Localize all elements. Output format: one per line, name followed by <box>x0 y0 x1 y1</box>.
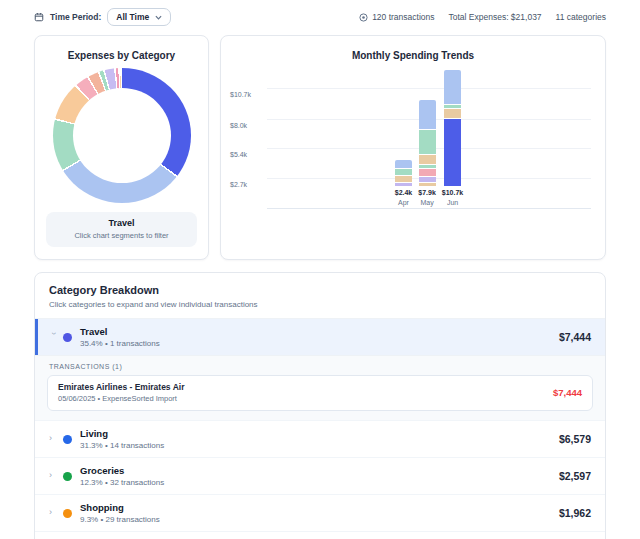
category-amount: $2,597 <box>559 470 591 482</box>
chevron-down-icon: › <box>49 332 59 342</box>
stat-categories: 11 categories <box>556 12 606 22</box>
chevron-down-icon <box>155 15 162 20</box>
transaction-item[interactable]: Emirates Airlines - Emirates Air05/06/20… <box>47 375 593 411</box>
bar-segment-periwinkle <box>419 100 436 129</box>
category-meta: 12.3% • 32 transactions <box>80 478 164 487</box>
bar-segment-tan <box>419 155 436 166</box>
stat-transactions-text: 120 transactions <box>372 12 434 22</box>
chevron-right-icon: › <box>49 507 59 517</box>
donut-card-title: Expenses by Category <box>68 50 175 61</box>
y-axis-tick-label: $2.7k <box>230 181 264 188</box>
transaction-meta: 05/06/2025 • ExpenseSorted Import <box>58 394 184 403</box>
category-breakdown-card: Category Breakdown Click categories to e… <box>34 272 606 539</box>
category-row-shopping[interactable]: ›Shopping9.3% • 29 transactions$1,962 <box>35 494 605 531</box>
monthly-trends-card: Monthly Spending Trends $10.7k$8.0k$5.4k… <box>220 35 606 260</box>
transaction-name: Emirates Airlines - Emirates Air <box>58 382 184 392</box>
category-amount: $6,579 <box>559 433 591 445</box>
category-info: Travel35.4% • 1 transactions <box>80 326 160 348</box>
category-row-transport[interactable]: ›Transport3.5% • 8 transactions$746 <box>35 531 605 539</box>
bar-segment-lavender <box>395 183 412 186</box>
bar-segment-mint <box>419 130 436 155</box>
bar-segment-periwinkle <box>395 160 412 169</box>
x-axis-month-label: May <box>420 199 433 206</box>
bar-jun[interactable]: $10.7kJun <box>442 70 463 206</box>
top-bar: Time Period: All Time 120 transactions T… <box>0 0 640 35</box>
category-color-dot <box>63 472 72 481</box>
stat-transactions: 120 transactions <box>359 12 434 22</box>
category-name: Groceries <box>80 465 164 476</box>
category-row-living[interactable]: ›Living31.3% • 14 transactions$6,579 <box>35 420 605 457</box>
time-period-label: Time Period: <box>50 12 101 22</box>
category-meta: 31.3% • 14 transactions <box>80 441 164 450</box>
breakdown-header: Category Breakdown Click categories to e… <box>35 273 605 319</box>
bar-total-label: $10.7k <box>442 189 463 196</box>
breakdown-subtitle: Click categories to expand and view indi… <box>49 300 591 309</box>
stat-total-expenses: Total Expenses: $21,037 <box>449 12 542 22</box>
transactions-panel: TRANSACTIONS (1)Emirates Airlines - Emir… <box>35 355 605 420</box>
time-period-value: All Time <box>116 12 149 22</box>
charts-row: Expenses by Category Travel Click chart … <box>0 35 640 260</box>
bar-segment-tan <box>419 183 436 186</box>
category-color-dot <box>63 333 72 342</box>
category-color-dot <box>63 509 72 518</box>
selected-category-label: Travel <box>50 218 193 228</box>
category-info: Shopping9.3% • 29 transactions <box>80 502 160 524</box>
breakdown-title: Category Breakdown <box>49 284 591 296</box>
time-period-select[interactable]: All Time <box>107 8 171 26</box>
category-list: ›Travel35.4% • 1 transactions$7,444TRANS… <box>35 319 605 539</box>
category-row-groceries[interactable]: ›Groceries12.3% • 32 transactions$2,597 <box>35 457 605 494</box>
y-axis-tick-label: $5.4k <box>230 151 264 158</box>
circle-dot-icon <box>359 13 368 22</box>
category-meta: 35.4% • 1 transactions <box>80 339 160 348</box>
bar-may[interactable]: $7.9kMay <box>418 100 436 206</box>
bar-segment-pink <box>419 169 436 178</box>
chevron-right-icon: › <box>49 433 59 443</box>
category-donut-chart[interactable] <box>53 68 191 203</box>
stacked-bar <box>419 100 436 186</box>
x-axis-month-label: Jun <box>447 199 458 206</box>
category-amount: $7,444 <box>559 331 591 343</box>
transaction-amount: $7,444 <box>553 387 582 398</box>
category-info: Living31.3% • 14 transactions <box>80 428 164 450</box>
bar-segment-tan <box>444 109 461 119</box>
expenses-by-category-card: Expenses by Category Travel Click chart … <box>34 35 209 260</box>
stacked-bar <box>395 160 412 186</box>
bar-total-label: $2.4k <box>395 189 413 196</box>
donut-hint-text: Click chart segments to filter <box>50 231 193 240</box>
bar-segment-mint <box>395 169 412 177</box>
bars-row: $2.4kApr$7.9kMay$10.7kJun <box>267 70 591 206</box>
monthly-trends-plot: $10.7k$8.0k$5.4k$2.7k$2.4kApr$7.9kMay$10… <box>267 88 591 209</box>
transaction-info: Emirates Airlines - Emirates Air05/06/20… <box>58 382 184 403</box>
category-name: Shopping <box>80 502 160 513</box>
category-row-travel[interactable]: ›Travel35.4% • 1 transactions$7,444 <box>35 319 605 355</box>
y-axis-tick-label: $10.7k <box>230 91 264 98</box>
bar-apr[interactable]: $2.4kApr <box>395 160 413 206</box>
chevron-right-icon: › <box>49 470 59 480</box>
stacked-bar <box>444 70 461 186</box>
bar-segment-tan <box>395 176 412 183</box>
category-color-dot <box>63 435 72 444</box>
category-meta: 9.3% • 29 transactions <box>80 515 160 524</box>
trends-card-title: Monthly Spending Trends <box>221 50 605 61</box>
bar-segment-blue <box>444 119 461 186</box>
y-axis-tick-label: $8.0k <box>230 122 264 129</box>
category-amount: $1,962 <box>559 507 591 519</box>
x-axis-month-label: Apr <box>398 199 409 206</box>
category-name: Travel <box>80 326 160 337</box>
category-name: Living <box>80 428 164 439</box>
bar-total-label: $7.9k <box>418 189 436 196</box>
bar-segment-periwinkle <box>444 70 461 105</box>
transactions-header: TRANSACTIONS (1) <box>49 363 591 370</box>
calendar-icon <box>34 12 44 22</box>
category-info: Groceries12.3% • 32 transactions <box>80 465 164 487</box>
selected-category-box: Travel Click chart segments to filter <box>46 212 197 247</box>
